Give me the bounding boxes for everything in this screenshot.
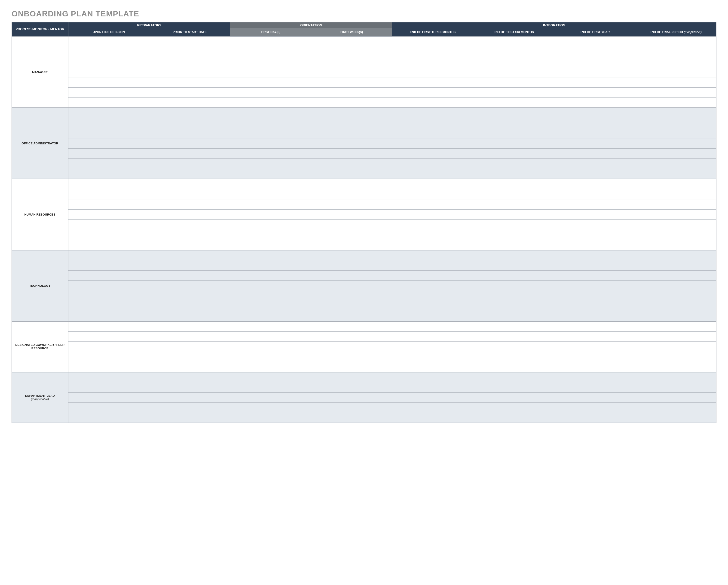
cell[interactable] — [68, 311, 149, 321]
cell[interactable] — [149, 331, 230, 342]
cell[interactable] — [473, 240, 554, 250]
cell[interactable] — [149, 260, 230, 270]
cell[interactable] — [311, 47, 392, 57]
cell[interactable] — [68, 362, 149, 372]
cell[interactable] — [230, 402, 311, 413]
cell[interactable] — [554, 47, 635, 57]
cell[interactable] — [149, 240, 230, 250]
cell[interactable] — [149, 402, 230, 413]
cell[interactable] — [311, 372, 392, 382]
cell[interactable] — [473, 331, 554, 342]
cell[interactable] — [311, 219, 392, 230]
cell[interactable] — [635, 148, 716, 159]
cell[interactable] — [149, 118, 230, 128]
cell[interactable] — [473, 36, 554, 47]
cell[interactable] — [554, 108, 635, 118]
cell[interactable] — [635, 77, 716, 87]
cell[interactable] — [473, 281, 554, 291]
cell[interactable] — [230, 118, 311, 128]
cell[interactable] — [392, 311, 473, 321]
cell[interactable] — [68, 352, 149, 362]
cell[interactable] — [311, 321, 392, 331]
cell[interactable] — [149, 98, 230, 108]
cell[interactable] — [149, 230, 230, 240]
cell[interactable] — [635, 382, 716, 392]
cell[interactable] — [635, 67, 716, 77]
cell[interactable] — [554, 250, 635, 260]
cell[interactable] — [635, 240, 716, 250]
cell[interactable] — [635, 159, 716, 169]
cell[interactable] — [149, 87, 230, 98]
cell[interactable] — [392, 402, 473, 413]
cell[interactable] — [554, 301, 635, 311]
cell[interactable] — [149, 159, 230, 169]
cell[interactable] — [392, 108, 473, 118]
cell[interactable] — [68, 250, 149, 260]
cell[interactable] — [311, 402, 392, 413]
cell[interactable] — [473, 77, 554, 87]
cell[interactable] — [230, 230, 311, 240]
cell[interactable] — [392, 291, 473, 301]
cell[interactable] — [68, 209, 149, 219]
cell[interactable] — [635, 342, 716, 352]
cell[interactable] — [554, 281, 635, 291]
cell[interactable] — [635, 87, 716, 98]
cell[interactable] — [554, 148, 635, 159]
cell[interactable] — [68, 67, 149, 77]
cell[interactable] — [68, 260, 149, 270]
cell[interactable] — [554, 342, 635, 352]
cell[interactable] — [68, 87, 149, 98]
cell[interactable] — [635, 260, 716, 270]
cell[interactable] — [554, 57, 635, 67]
cell[interactable] — [68, 281, 149, 291]
cell[interactable] — [311, 189, 392, 199]
cell[interactable] — [635, 219, 716, 230]
cell[interactable] — [68, 199, 149, 209]
cell[interactable] — [230, 57, 311, 67]
cell[interactable] — [554, 219, 635, 230]
cell[interactable] — [311, 240, 392, 250]
cell[interactable] — [635, 118, 716, 128]
cell[interactable] — [311, 382, 392, 392]
cell[interactable] — [554, 382, 635, 392]
cell[interactable] — [311, 331, 392, 342]
cell[interactable] — [635, 47, 716, 57]
cell[interactable] — [311, 179, 392, 189]
cell[interactable] — [392, 331, 473, 342]
cell[interactable] — [554, 321, 635, 331]
cell[interactable] — [149, 77, 230, 87]
cell[interactable] — [473, 250, 554, 260]
cell[interactable] — [149, 179, 230, 189]
cell[interactable] — [473, 372, 554, 382]
cell[interactable] — [68, 382, 149, 392]
cell[interactable] — [311, 67, 392, 77]
cell[interactable] — [392, 36, 473, 47]
cell[interactable] — [392, 98, 473, 108]
cell[interactable] — [554, 240, 635, 250]
cell[interactable] — [311, 169, 392, 179]
cell[interactable] — [635, 331, 716, 342]
cell[interactable] — [149, 138, 230, 148]
cell[interactable] — [392, 128, 473, 138]
cell[interactable] — [392, 47, 473, 57]
cell[interactable] — [554, 169, 635, 179]
cell[interactable] — [392, 57, 473, 67]
cell[interactable] — [149, 281, 230, 291]
cell[interactable] — [473, 199, 554, 209]
cell[interactable] — [230, 219, 311, 230]
cell[interactable] — [554, 413, 635, 423]
cell[interactable] — [68, 98, 149, 108]
cell[interactable] — [635, 362, 716, 372]
cell[interactable] — [554, 179, 635, 189]
cell[interactable] — [635, 372, 716, 382]
cell[interactable] — [473, 179, 554, 189]
cell[interactable] — [473, 47, 554, 57]
cell[interactable] — [635, 98, 716, 108]
cell[interactable] — [392, 169, 473, 179]
cell[interactable] — [554, 291, 635, 301]
cell[interactable] — [68, 372, 149, 382]
cell[interactable] — [392, 382, 473, 392]
cell[interactable] — [149, 250, 230, 260]
cell[interactable] — [230, 159, 311, 169]
cell[interactable] — [230, 47, 311, 57]
